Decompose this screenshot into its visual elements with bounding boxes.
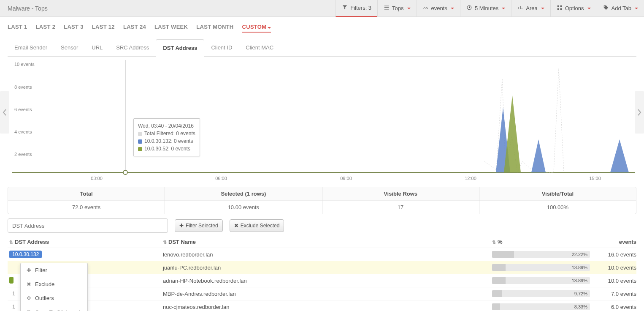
svg-rect-3	[557, 8, 559, 10]
copy-icon: ⧉	[26, 309, 32, 311]
range-lastweek[interactable]: LAST WEEK	[154, 24, 188, 33]
range-last1[interactable]: LAST 1	[8, 24, 27, 33]
range-last24[interactable]: LAST 24	[123, 24, 146, 33]
bars-icon	[384, 5, 390, 11]
filter-row: ✚ Filter Selected ✖ Exclude Selected	[8, 218, 636, 233]
ctx-filter[interactable]: ✚Filter	[21, 263, 87, 277]
cell-percent: 22.22%	[489, 251, 590, 258]
tab-dst-address[interactable]: DST Address	[156, 39, 204, 57]
ctx-outliers[interactable]: ✥Outliers	[21, 291, 87, 305]
search-input[interactable]	[8, 218, 168, 233]
svg-rect-1	[557, 5, 559, 7]
dimension-tabs: Email Sender Sensor URL SRC Address DST …	[8, 39, 636, 57]
grid-icon	[557, 5, 563, 11]
options-label: Options	[565, 5, 584, 11]
svg-text:06:00: 06:00	[215, 176, 227, 181]
col-events[interactable]: events	[590, 239, 636, 245]
summary-selected: Selected (1 rows) 10.00 events	[165, 187, 322, 214]
cell-events: 16.0 events	[590, 251, 636, 258]
filter-icon	[342, 5, 348, 11]
context-menu: ✚Filter ✖Exclude ✥Outliers ⧉Copy To Clip…	[20, 263, 88, 311]
close-icon: ✖	[26, 281, 32, 287]
ytick-4: 4 events	[14, 129, 32, 134]
table-row[interactable]: juanlu-PC.redborder.lan13.89%10.0 events	[8, 261, 636, 274]
col-percent[interactable]: ⇅%	[489, 239, 590, 245]
ytick-10: 10 events	[14, 62, 35, 67]
table-row[interactable]: 1MBP-de-Andres.redborder.lan9.72%7.0 eve…	[8, 287, 636, 300]
table-row[interactable]: 1nuc-cjmateos.redborder.lan8.33%6.0 even…	[8, 300, 636, 311]
cell-percent: 13.89%	[489, 277, 590, 284]
plus-icon: ✚	[26, 267, 32, 273]
options-button[interactable]: Options	[550, 0, 597, 17]
ctx-exclude[interactable]: ✖Exclude	[21, 277, 87, 291]
exclude-selected-button[interactable]: ✖ Exclude Selected	[230, 219, 284, 232]
percent-bar: 22.22%	[492, 251, 590, 258]
svg-text:03:00: 03:00	[91, 176, 103, 181]
events-button[interactable]: events	[417, 0, 460, 17]
area-button[interactable]: Area	[511, 0, 550, 17]
ytick-8: 8 events	[14, 85, 32, 90]
tooltip-s2: 10.0.30.52: 0 events	[144, 146, 190, 152]
tooltip-total: Total Filtered: 0 events	[144, 131, 195, 136]
filter-selected-label: Filter Selected	[186, 223, 218, 229]
chart-area: 03:00 06:00 09:00 12:00 15:00 10 events …	[8, 60, 636, 184]
range-custom[interactable]: CUSTOM	[242, 24, 271, 33]
cell-name: juanlu-PC.redborder.lan	[163, 265, 489, 271]
col-dst-address[interactable]: ⇅DST Address	[8, 239, 163, 245]
topbar: Malware - Tops Filters: 3 Tops events 5 …	[0, 0, 644, 17]
tab-src-address[interactable]: SRC Address	[109, 39, 156, 56]
sort-icon: ⇅	[163, 240, 167, 245]
col-dst-name[interactable]: ⇅DST Name	[163, 239, 489, 245]
close-icon: ✖	[234, 223, 238, 229]
summary-bar: Total 72.0 events Selected (1 rows) 10.0…	[8, 187, 636, 214]
cell-name: nuc-cjmateos.redborder.lan	[163, 304, 489, 310]
range-lastmonth[interactable]: LAST MONTH	[196, 24, 233, 33]
cell-percent: 9.72%	[489, 290, 590, 297]
filters-label: Filters: 3	[350, 5, 371, 11]
plus-icon: ✚	[179, 223, 184, 229]
range-last2[interactable]: LAST 2	[36, 24, 56, 33]
barchart-icon	[517, 5, 523, 11]
range-last12[interactable]: LAST 12	[92, 24, 115, 33]
percent-bar: 13.89%	[492, 264, 590, 271]
cell-events: 7.0 events	[590, 291, 636, 297]
table-row[interactable]: 10.0.30.132lenovo.redborder.lan22.22%16.…	[8, 248, 636, 261]
table-header: ⇅DST Address ⇅DST Name ⇅% events	[8, 239, 636, 245]
ip-badge[interactable]: 10.0.30.132	[9, 251, 42, 258]
ip-swatch	[9, 277, 14, 284]
tab-url[interactable]: URL	[85, 39, 109, 56]
interval-label: 5 Minutes	[475, 5, 498, 11]
addtab-button[interactable]: Add Tab	[597, 0, 644, 17]
page-title: Malware - Tops	[0, 5, 55, 12]
tag-icon	[603, 5, 609, 11]
svg-text:15:00: 15:00	[589, 176, 601, 181]
filter-selected-button[interactable]: ✚ Filter Selected	[175, 219, 223, 232]
tab-sensor[interactable]: Sensor	[54, 39, 85, 56]
tab-client-mac[interactable]: Client MAC	[239, 39, 280, 56]
summary-visible: Visible Rows 17	[322, 187, 479, 214]
cell-dst: 10.0.30.132	[8, 251, 163, 258]
ytick-6: 6 events	[14, 107, 32, 112]
chart-svg[interactable]: 03:00 06:00 09:00 12:00 15:00	[8, 60, 636, 184]
range-last3[interactable]: LAST 3	[64, 24, 84, 33]
sort-icon: ⇅	[9, 240, 13, 245]
cell-percent: 8.33%	[489, 303, 590, 310]
tab-client-id[interactable]: Client ID	[204, 39, 239, 56]
interval-button[interactable]: 5 Minutes	[460, 0, 511, 17]
chart-tooltip: Wed, 03:40 - 20/04/2016 Total Filtered: …	[133, 118, 200, 156]
ctx-copy[interactable]: ⧉Copy To Clipboard	[21, 305, 87, 311]
svg-marker-16	[610, 139, 629, 172]
cell-name: adrian-HP-Notebook.redborder.lan	[163, 278, 489, 284]
tops-button[interactable]: Tops	[377, 0, 416, 17]
cell-events: 10.0 events	[590, 265, 636, 271]
table-row[interactable]: adrian-HP-Notebook.redborder.lan13.89%10…	[8, 274, 636, 287]
tab-email-sender[interactable]: Email Sender	[8, 39, 54, 56]
svg-rect-2	[560, 5, 562, 7]
cell-name: MBP-de-Andres.redborder.lan	[163, 291, 489, 297]
ip-text: 1	[9, 290, 18, 297]
target-icon: ✥	[26, 295, 32, 301]
gauge-icon	[423, 5, 429, 11]
cell-events: 6.0 events	[590, 304, 636, 310]
tooltip-s1: 10.0.30.132: 0 events	[144, 138, 193, 144]
filters-button[interactable]: Filters: 3	[336, 0, 377, 17]
